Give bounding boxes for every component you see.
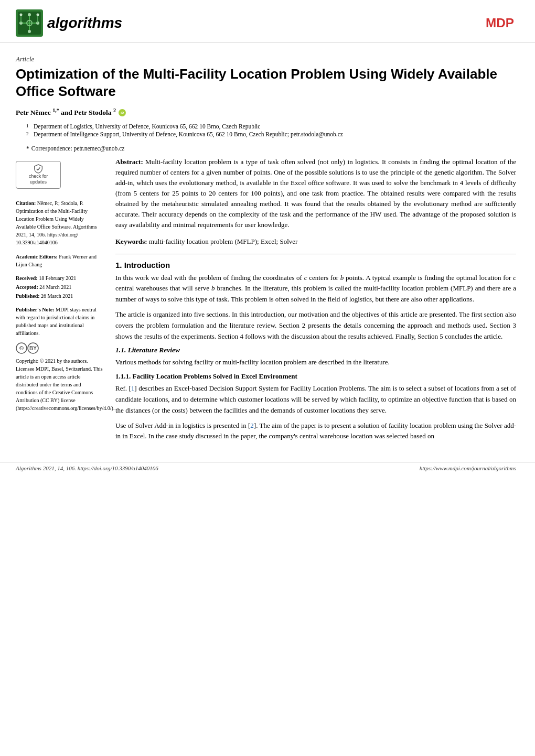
citation-label: Citation: bbox=[16, 200, 36, 206]
dates-block: Received: 18 February 2021 Accepted: 24 … bbox=[16, 274, 103, 300]
article-header: Article Optimization of the Multi-Facili… bbox=[0, 47, 535, 152]
correspondence: * Correspondence: petr.nemec@unob.cz bbox=[16, 145, 516, 152]
divider bbox=[115, 254, 516, 254]
svg-point-11 bbox=[20, 14, 23, 16]
publisher-note-block: Publisher's Note: MDPI stays neutral wit… bbox=[16, 306, 103, 337]
footer-right: https://www.mdpi.com/journal/algorithms bbox=[420, 465, 516, 471]
orcid-icon bbox=[119, 109, 126, 116]
affiliation-2: 2 Department of Intelligence Support, Un… bbox=[26, 131, 516, 137]
abstract-label: Abstract: bbox=[115, 158, 145, 166]
subsubsection-facility-excel-title: 1.1.1. Facility Location Problems Solved… bbox=[115, 372, 516, 381]
svg-text:BY: BY bbox=[29, 345, 37, 351]
logo-area: algorithms bbox=[16, 9, 122, 37]
academic-editors-label: Academic Editors: bbox=[16, 254, 58, 260]
section-1-title: 1. Introduction bbox=[115, 261, 516, 269]
copyright-text: Copyright: © 2021 by the authors. Licens… bbox=[16, 358, 114, 411]
journal-name: algorithms bbox=[47, 15, 122, 31]
abstract-text: Multi-facility location problem is a typ… bbox=[115, 158, 516, 229]
page: algorithms MDPI Article Optimization of … bbox=[0, 0, 535, 756]
article-type-label: Article bbox=[16, 55, 516, 63]
footer: Algorithms 2021, 14, 106. https://doi.or… bbox=[0, 462, 535, 474]
published-label: Published: bbox=[16, 293, 40, 299]
left-column: check for updates Citation: Němec, P.; S… bbox=[0, 157, 110, 457]
abstract-block: Abstract: Multi-facility location proble… bbox=[115, 157, 516, 231]
check-for-updates-label: check for updates bbox=[20, 174, 56, 186]
svg-text:MDPI: MDPI bbox=[486, 16, 514, 30]
academic-editors-block: Academic Editors: Frank Werner and Lijun… bbox=[16, 253, 103, 268]
algorithms-logo-icon bbox=[16, 9, 43, 37]
svg-point-8 bbox=[28, 30, 31, 33]
citation-block: Citation: Němec, P.; Stodola, P. Optimiz… bbox=[16, 199, 103, 246]
received-row: Received: 18 February 2021 bbox=[16, 274, 103, 283]
received-date: 18 February 2021 bbox=[39, 275, 76, 281]
right-column: Abstract: Multi-facility location proble… bbox=[110, 157, 535, 457]
publisher-note-label: Publisher's Note: bbox=[16, 307, 55, 312]
received-label: Received: bbox=[16, 275, 38, 281]
accepted-label: Accepted: bbox=[16, 284, 38, 290]
accepted-date: 24 March 2021 bbox=[39, 284, 71, 290]
svg-point-7 bbox=[28, 13, 31, 16]
cc-logo-icon: © BY bbox=[16, 342, 39, 354]
affiliations: 1 Department of Logistics, University of… bbox=[16, 123, 516, 139]
header: algorithms MDPI bbox=[0, 0, 535, 42]
check-for-updates-badge[interactable]: check for updates bbox=[16, 161, 61, 189]
mdpi-logo-icon: MDPI bbox=[486, 13, 514, 33]
published-date: 26 March 2021 bbox=[41, 293, 73, 299]
footer-left: Algorithms 2021, 14, 106. https://doi.or… bbox=[16, 465, 158, 471]
article-title: Optimization of the Multi-Facility Locat… bbox=[16, 66, 516, 100]
facility-excel-para-2: Use of Solver Add-in in logistics is pre… bbox=[115, 420, 516, 442]
intro-paragraph-2: The article is organized into five secti… bbox=[115, 309, 516, 342]
ref-1-link[interactable]: 1 bbox=[131, 384, 135, 392]
svg-text:©: © bbox=[19, 345, 24, 351]
intro-paragraph-1: In this work we deal with the problem of… bbox=[115, 273, 516, 305]
keywords-label: Keywords: bbox=[115, 237, 149, 245]
published-row: Published: 26 March 2021 bbox=[16, 291, 103, 300]
affiliation-1: 1 Department of Logistics, University of… bbox=[26, 123, 516, 129]
ref-2-link[interactable]: 2 bbox=[250, 422, 254, 429]
citation-text: Němec, P.; Stodola, P. Optimization of t… bbox=[16, 200, 97, 245]
keywords-text: multi-facility location problem (MFLP); … bbox=[149, 237, 297, 245]
svg-point-12 bbox=[37, 14, 39, 16]
cc-license-logo: © BY bbox=[16, 342, 103, 354]
check-updates-top bbox=[34, 164, 43, 174]
content-area: check for updates Citation: Němec, P.; S… bbox=[0, 157, 535, 457]
keywords-block: Keywords: multi-facility location proble… bbox=[115, 236, 516, 247]
subsection-lit-review-title: 1.1. Literature Review bbox=[115, 346, 516, 354]
copyright-block: Copyright: © 2021 by the authors. Licens… bbox=[16, 357, 103, 412]
accepted-row: Accepted: 24 March 2021 bbox=[16, 283, 103, 291]
shield-check-icon bbox=[34, 164, 43, 174]
lit-review-para-1: Various methods for solving facility or … bbox=[115, 357, 516, 368]
author-names: Petr Němec 1,* and Petr Stodola 2 bbox=[16, 109, 116, 116]
check-for-updates-box: check for updates bbox=[16, 161, 103, 192]
facility-excel-para-1: Ref. [1] describes an Excel-based Decisi… bbox=[115, 383, 516, 416]
authors: Petr Němec 1,* and Petr Stodola 2 bbox=[16, 107, 516, 117]
